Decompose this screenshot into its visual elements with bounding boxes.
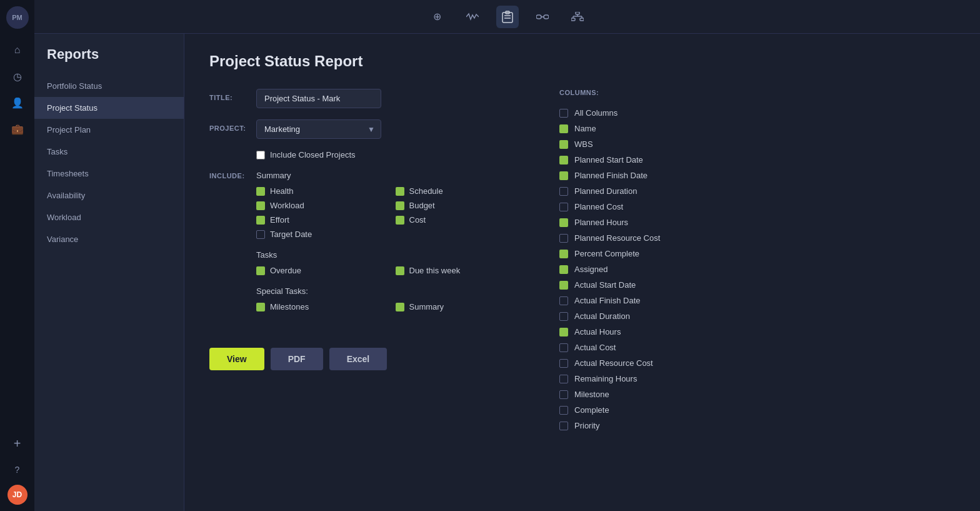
include-workload: Workload [256,201,383,210]
sidebar-item-timesheets[interactable]: Timesheets [34,163,184,185]
include-closed-checkbox[interactable] [256,151,265,159]
schedule-label: Schedule [409,186,443,196]
nav-clock-icon[interactable]: ◷ [6,65,29,88]
actual-cost-checkbox[interactable] [559,343,568,352]
planned-cost-checkbox[interactable] [559,203,568,211]
form-section: TITLE: PROJECT: Marketing Development De… [209,89,955,430]
search-zoom-icon[interactable]: ⊕ [426,6,449,28]
due-this-week-checkbox[interactable] [396,266,404,275]
sidebar-item-portfolio-status[interactable]: Portfolio Status [34,75,184,97]
nav-home-icon[interactable]: ⌂ [6,39,29,61]
health-checkbox[interactable] [256,187,265,196]
svg-rect-8 [571,18,575,21]
assigned-label: Assigned [574,265,608,274]
actual-duration-checkbox[interactable] [559,312,568,321]
workload-checkbox[interactable] [256,201,265,210]
svg-rect-7 [576,12,579,14]
col-planned-duration: Planned Duration [559,183,731,199]
include-closed-row: Include Closed Projects [209,150,522,159]
svg-rect-4 [536,15,541,19]
cost-checkbox[interactable] [396,216,404,225]
project-select[interactable]: Marketing Development Design Sales [256,119,381,139]
target-date-checkbox[interactable] [256,230,265,239]
planned-resource-cost-label: Planned Resource Cost [574,233,660,243]
complete-checkbox[interactable] [559,406,568,415]
include-cost: Cost [396,215,522,225]
milestone-checkbox[interactable] [559,390,568,399]
main-layout: Reports Portfolio Status Project Status … [34,34,980,511]
sidebar-item-workload[interactable]: Workload [34,206,184,228]
actual-resource-cost-label: Actual Resource Cost [574,358,653,368]
svg-rect-5 [544,15,549,19]
percent-complete-checkbox[interactable] [559,250,568,258]
actual-hours-checkbox[interactable] [559,328,568,336]
clipboard-icon[interactable] [496,6,519,28]
actual-start-date-label: Actual Start Date [574,280,636,290]
sidebar-item-project-status[interactable]: Project Status [34,97,184,119]
remaining-hours-checkbox[interactable] [559,375,568,383]
include-target-date: Target Date [256,230,383,239]
sidebar-item-tasks[interactable]: Tasks [34,141,184,163]
title-row: TITLE: [209,89,522,108]
effort-checkbox[interactable] [256,216,265,225]
link-icon[interactable] [531,6,554,28]
nav-help-icon[interactable]: ? [6,458,29,481]
col-actual-finish-date: Actual Finish Date [559,293,731,308]
tasks-grid: Overdue Due this week [256,266,522,275]
columns-scroll[interactable]: All Columns Name WBS Planned Start Date [559,105,734,430]
name-checkbox[interactable] [559,124,568,133]
wbs-checkbox[interactable] [559,140,568,149]
milestones-checkbox[interactable] [256,303,265,311]
col-name: Name [559,121,731,136]
title-label: TITLE: [209,89,256,101]
excel-button[interactable]: Excel [329,348,388,370]
special-tasks-grid: Milestones Summary [256,302,522,311]
col-planned-finish-date: Planned Finish Date [559,168,731,183]
user-avatar[interactable]: JD [8,485,28,505]
milestones-label: Milestones [270,302,309,311]
planned-duration-checkbox[interactable] [559,187,568,196]
col-planned-cost: Planned Cost [559,199,731,215]
sidebar-item-availability[interactable]: Availability [34,185,184,206]
actual-finish-date-checkbox[interactable] [559,296,568,305]
milestone-label: Milestone [574,390,609,399]
view-button[interactable]: View [209,348,264,370]
summary-grid: Health Schedule Workload [256,186,522,239]
schedule-checkbox[interactable] [396,187,404,196]
actual-resource-cost-checkbox[interactable] [559,359,568,368]
col-remaining-hours: Remaining Hours [559,371,731,387]
complete-label: Complete [574,405,609,415]
sidebar-item-project-plan[interactable]: Project Plan [34,119,184,141]
sidebar-item-variance[interactable]: Variance [34,228,184,250]
priority-checkbox[interactable] [559,422,568,430]
title-input[interactable] [256,89,381,108]
actual-hours-label: Actual Hours [574,327,621,336]
col-actual-duration: Actual Duration [559,308,731,324]
project-select-wrapper: Marketing Development Design Sales ▼ [256,119,381,139]
planned-finish-date-checkbox[interactable] [559,171,568,180]
content-area: Project Status Report TITLE: PROJECT: Ma… [184,34,980,511]
health-label: Health [270,186,294,196]
planned-hours-checkbox[interactable] [559,218,568,227]
hierarchy-icon[interactable] [566,6,589,28]
nav-add-icon[interactable]: + [6,432,29,455]
planned-finish-date-label: Planned Finish Date [574,171,648,180]
nav-briefcase-icon[interactable]: 💼 [6,118,29,140]
col-milestone: Milestone [559,387,731,402]
nav-people-icon[interactable]: 👤 [6,91,29,114]
assigned-checkbox[interactable] [559,265,568,274]
include-health: Health [256,186,383,196]
planned-resource-cost-checkbox[interactable] [559,234,568,243]
waveform-icon[interactable] [461,6,484,28]
name-col-label: Name [574,124,596,133]
col-actual-start-date: Actual Start Date [559,277,731,293]
summary-checkbox[interactable] [396,303,404,311]
pdf-button[interactable]: PDF [271,348,323,370]
actual-start-date-checkbox[interactable] [559,281,568,290]
overdue-checkbox[interactable] [256,266,265,275]
budget-checkbox[interactable] [396,201,404,210]
app-logo[interactable]: PM [6,6,29,29]
all-columns-checkbox[interactable] [559,109,568,118]
cost-label: Cost [409,215,426,225]
planned-start-date-checkbox[interactable] [559,156,568,164]
